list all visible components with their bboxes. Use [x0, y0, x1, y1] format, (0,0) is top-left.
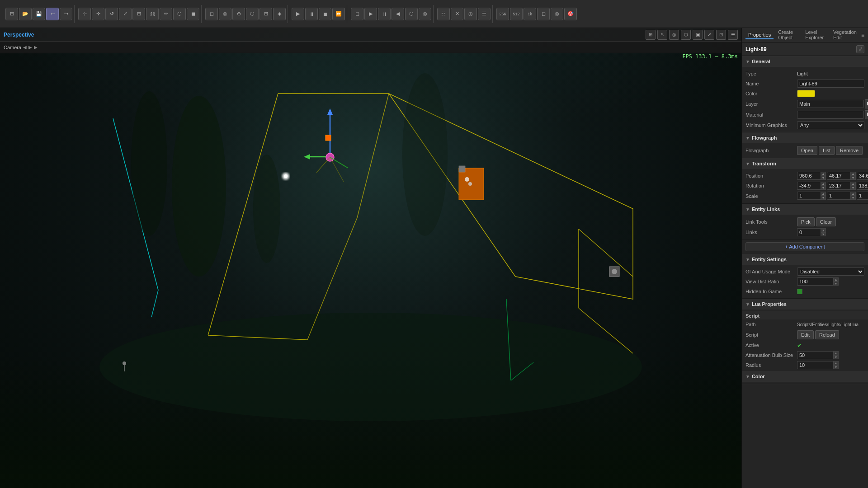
render5-btn[interactable]: ◎ — [551, 8, 563, 20]
terrain-btn[interactable]: ◼ — [187, 8, 199, 20]
view1-btn[interactable]: ◻ — [351, 8, 363, 20]
rotate-btn[interactable]: ↺ — [105, 8, 118, 20]
vp-grid-btn[interactable]: ⊞ — [646, 30, 656, 40]
tab-properties[interactable]: Properties — [745, 31, 774, 39]
play-btn[interactable]: ▶ — [292, 8, 304, 20]
vp-gizmo-btn[interactable]: ↖ — [657, 30, 667, 40]
stop-btn[interactable]: ⏹ — [319, 8, 331, 20]
obj3-btn[interactable]: ⊕ — [232, 8, 245, 20]
scale-x-up[interactable]: ▲ — [821, 192, 826, 196]
clear-btn[interactable]: Clear — [816, 217, 836, 226]
view5-btn[interactable]: ⬡ — [405, 8, 418, 20]
open-btn[interactable]: 📂 — [19, 8, 32, 20]
radius-input[interactable] — [797, 361, 833, 369]
render3-btn[interactable]: 1k — [524, 8, 536, 20]
obj6-btn[interactable]: ◈ — [273, 8, 286, 20]
scale-y-input[interactable] — [827, 192, 850, 200]
attenuation-down[interactable]: ▼ — [833, 355, 839, 359]
scale-btn[interactable]: ⤢ — [119, 8, 132, 20]
scale-y-down[interactable]: ▼ — [850, 196, 856, 200]
tab-create-object[interactable]: Create Object — [775, 28, 801, 42]
eraser-btn[interactable]: ⬡ — [173, 8, 186, 20]
view3-btn[interactable]: ⏸ — [378, 8, 391, 20]
flowgraph-remove-btn[interactable]: Remove — [836, 146, 863, 155]
material-browse-btn[interactable]: ▶ — [865, 110, 868, 119]
misc2-btn[interactable]: ✕ — [451, 8, 463, 20]
pos-y-up[interactable]: ▲ — [850, 172, 856, 176]
undo-btn[interactable]: ↩ — [46, 8, 59, 20]
color-subsection-header[interactable]: ▼ Color — [742, 371, 868, 382]
rot-z-input[interactable] — [857, 182, 868, 190]
material-input[interactable] — [797, 111, 864, 119]
section-general-header[interactable]: ▼ General — [742, 56, 868, 67]
obj4-btn[interactable]: ⬡ — [246, 8, 259, 20]
tab-level-explorer[interactable]: Level Explorer — [802, 28, 829, 42]
name-input[interactable] — [797, 80, 864, 88]
section-lua-header[interactable]: ▼ Lua Properties — [742, 299, 868, 310]
radius-up[interactable]: ▲ — [833, 361, 839, 365]
flowgraph-open-btn[interactable]: Open — [797, 146, 817, 155]
scale-x-input[interactable] — [797, 192, 821, 200]
pick-btn[interactable]: Pick — [797, 217, 815, 226]
attenuation-input[interactable] — [797, 351, 833, 359]
pos-x-up[interactable]: ▲ — [821, 172, 826, 176]
pos-z-input[interactable] — [857, 172, 868, 180]
view2-btn[interactable]: ▶ — [364, 8, 377, 20]
pos-y-input[interactable] — [827, 172, 850, 180]
section-flowgraph-header[interactable]: ▼ Flowgraph — [742, 132, 868, 143]
scale-y-up[interactable]: ▲ — [850, 192, 856, 196]
render1-btn[interactable]: 256 — [496, 8, 509, 20]
viewdist-input[interactable] — [797, 277, 833, 286]
redo-btn[interactable]: ↪ — [60, 8, 72, 20]
render2-btn[interactable]: 512 — [510, 8, 523, 20]
viewdist-down[interactable]: ▼ — [833, 282, 839, 286]
misc3-btn[interactable]: ◎ — [464, 8, 477, 20]
viewport-area[interactable]: Perspective ⊞ ↖ ◎ ⬡ ▣ ⤢ ⊡ ☰ Camera ◀ ▶ ▶… — [0, 28, 741, 488]
misc4-btn[interactable]: ☰ — [478, 8, 491, 20]
attenuation-up[interactable]: ▲ — [833, 351, 839, 355]
script-edit-btn[interactable]: Edit — [797, 330, 814, 339]
obj2-btn[interactable]: ◎ — [219, 8, 231, 20]
section-entity-settings-header[interactable]: ▼ Entity Settings — [742, 254, 868, 265]
save-btn[interactable]: 💾 — [33, 8, 45, 20]
camera-label[interactable]: Camera — [4, 45, 21, 50]
script-reload-btn[interactable]: Reload — [815, 330, 839, 339]
vp-settings-btn[interactable]: ⊡ — [716, 30, 726, 40]
rot-y-input[interactable] — [827, 182, 850, 190]
vp-expand-btn[interactable]: ☰ — [728, 30, 738, 40]
tab-vegetation-edit[interactable]: Vegetation Edit — [830, 28, 859, 42]
brush-btn[interactable]: ✏ — [160, 8, 172, 20]
properties-scroll[interactable]: ▼ General Type Light Name Color — [742, 56, 868, 488]
snap-btn[interactable]: ⊞ — [132, 8, 145, 20]
rot-x-up[interactable]: ▲ — [821, 182, 826, 186]
cam-arrow-extra[interactable]: ▶ — [34, 45, 38, 50]
vp-view-btn[interactable]: ⬡ — [681, 30, 691, 40]
section-entity-links-header[interactable]: ▼ Entity Links — [742, 204, 868, 215]
vp-camera-btn[interactable]: ◎ — [669, 30, 679, 40]
viewdist-up[interactable]: ▲ — [833, 277, 839, 282]
render6-btn[interactable]: 🎯 — [564, 8, 577, 20]
pause-btn[interactable]: ⏸ — [305, 8, 318, 20]
min-graphics-select[interactable]: Any — [797, 121, 864, 129]
section-transform-header[interactable]: ▼ Transform — [742, 158, 868, 169]
layer-browse-btn[interactable]: ▶ — [865, 99, 868, 108]
link-btn[interactable]: ⛓ — [146, 8, 159, 20]
vp-full-btn[interactable]: ⤢ — [704, 30, 714, 40]
obj1-btn[interactable]: ◻ — [205, 8, 218, 20]
links-up[interactable]: ▲ — [821, 228, 826, 232]
panel-expand-icon[interactable]: ≡ — [861, 32, 864, 38]
radius-down[interactable]: ▼ — [833, 365, 839, 369]
step-btn[interactable]: ⏩ — [332, 8, 345, 20]
misc1-btn[interactable]: ☷ — [437, 8, 450, 20]
cam-arrow-left[interactable]: ◀ — [23, 45, 27, 50]
rot-x-down[interactable]: ▼ — [821, 186, 826, 190]
obj5-btn[interactable]: ⊞ — [259, 8, 272, 20]
render4-btn[interactable]: ◻ — [537, 8, 550, 20]
gi-select[interactable]: Disabled — [797, 267, 864, 276]
pos-x-input[interactable] — [797, 172, 821, 180]
vp-layout-btn[interactable]: ▣ — [693, 30, 703, 40]
new-btn[interactable]: ⊞ — [5, 8, 18, 20]
move-btn[interactable]: ✛ — [92, 8, 104, 20]
links-down[interactable]: ▼ — [821, 232, 826, 236]
active-checkbox[interactable]: ✔ — [797, 342, 802, 349]
